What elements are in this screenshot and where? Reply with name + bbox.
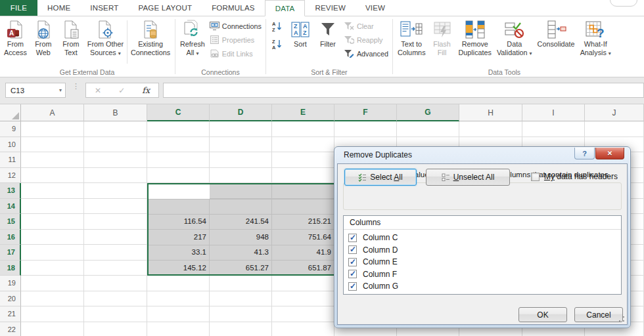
column-header-g[interactable]: G: [397, 104, 459, 121]
cell-value[interactable]: 145.12: [149, 261, 210, 276]
tab-page-layout[interactable]: PAGE LAYOUT: [128, 0, 202, 16]
advanced-filter-button[interactable]: Advanced: [344, 48, 388, 59]
confirm-entry-icon[interactable]: ✓: [118, 86, 125, 95]
row-header-22[interactable]: 22: [0, 322, 21, 336]
cell-d19[interactable]: [210, 276, 272, 291]
from-other-sources-button[interactable]: From Other Sources ▾: [85, 18, 126, 58]
cell-c11[interactable]: [147, 152, 210, 168]
cell-value[interactable]: 651.87: [272, 261, 334, 276]
text-to-columns-button[interactable]: Text to Columns: [395, 18, 428, 56]
checkbox-icon[interactable]: [531, 173, 540, 181]
cell-value[interactable]: 41.3: [210, 245, 272, 261]
cell-a21[interactable]: [21, 306, 84, 322]
row-header-9[interactable]: 9: [0, 121, 21, 137]
cell-b9[interactable]: [84, 121, 147, 137]
cell-j9[interactable]: [585, 121, 644, 137]
properties-button[interactable]: Properties: [210, 34, 262, 45]
cell-b22[interactable]: [84, 322, 147, 336]
name-box[interactable]: C13 ▾: [5, 83, 66, 98]
cell-value[interactable]: 751.64: [272, 230, 334, 245]
row-header-21[interactable]: 21: [0, 306, 21, 322]
tab-formulas[interactable]: FORMULAS: [202, 0, 265, 16]
cancel-entry-icon[interactable]: ✕: [95, 86, 101, 95]
cell-a15[interactable]: [21, 214, 84, 230]
cell-d20[interactable]: [210, 291, 272, 307]
cell-e19[interactable]: [272, 276, 334, 291]
help-button[interactable]: ?: [574, 148, 595, 159]
cell-a9[interactable]: [21, 121, 84, 137]
my-data-has-headers-checkbox[interactable]: My data has headers: [531, 172, 618, 181]
tab-file[interactable]: FILE: [0, 0, 37, 16]
unselect-all-button[interactable]: Unselect All: [426, 169, 510, 186]
sort-za-button[interactable]: ZA: [270, 38, 285, 51]
resize-grip-icon[interactable]: [618, 316, 625, 322]
cell-d10[interactable]: [210, 137, 272, 153]
what-if-analysis-button[interactable]: ? What-If Analysis ▾: [578, 18, 614, 58]
reapply-filter-button[interactable]: Reapply: [344, 34, 388, 45]
cell-g9[interactable]: [397, 121, 459, 137]
from-access-button[interactable]: A From Access: [1, 18, 30, 56]
tab-home[interactable]: HOME: [37, 0, 80, 16]
column-header-d[interactable]: D: [210, 104, 272, 121]
row-header-18[interactable]: 18: [0, 261, 21, 276]
cell-d9[interactable]: [210, 121, 272, 137]
cell-a14[interactable]: [21, 199, 84, 215]
column-option-f[interactable]: Column F: [344, 268, 621, 281]
column-header-f[interactable]: F: [334, 104, 397, 121]
cell-b20[interactable]: [84, 291, 147, 307]
formula-input[interactable]: [163, 83, 644, 98]
consolidate-button[interactable]: Consolidate: [535, 18, 578, 49]
checkbox-icon[interactable]: [348, 245, 357, 254]
checkbox-icon[interactable]: [348, 234, 357, 242]
existing-connections-button[interactable]: Existing Connections: [128, 18, 173, 56]
cell-c22[interactable]: [147, 322, 210, 336]
row-header-12[interactable]: 12: [0, 168, 21, 184]
cell-b13[interactable]: [84, 183, 147, 199]
tab-insert[interactable]: INSERT: [80, 0, 128, 16]
row-header-15[interactable]: 15: [0, 214, 21, 230]
connections-button[interactable]: Connections: [210, 20, 262, 32]
checkbox-icon[interactable]: [348, 270, 357, 278]
cell-c9[interactable]: [147, 121, 210, 137]
select-all-button[interactable]: Select All: [344, 169, 417, 186]
row-header-20[interactable]: 20: [0, 291, 21, 307]
close-button[interactable]: ✕: [595, 148, 624, 159]
cell-e20[interactable]: [272, 291, 334, 307]
clear-filter-button[interactable]: Clear: [344, 20, 388, 32]
cell-a20[interactable]: [21, 291, 84, 307]
from-web-button[interactable]: From Web: [30, 18, 57, 56]
cell-a17[interactable]: [21, 245, 84, 261]
cell-a12[interactable]: [21, 168, 84, 184]
cell-value[interactable]: 241.54: [210, 214, 272, 230]
cell-c10[interactable]: [147, 137, 210, 153]
checkbox-icon[interactable]: [348, 282, 357, 291]
column-header-a[interactable]: A: [21, 104, 84, 121]
cell-b12[interactable]: [84, 168, 147, 184]
cell-e12[interactable]: [272, 168, 334, 184]
cell-b16[interactable]: [84, 230, 147, 245]
cell-c20[interactable]: [147, 291, 210, 307]
cell-e9[interactable]: [272, 121, 334, 137]
column-option-g[interactable]: Column G: [344, 280, 621, 293]
cell-d22[interactable]: [210, 322, 272, 336]
formula-bar-handle[interactable]: ⋮: [72, 84, 80, 88]
active-cell-c13[interactable]: [149, 184, 210, 199]
cell-b14[interactable]: [84, 199, 147, 215]
column-header-i[interactable]: I: [522, 104, 585, 121]
cell-c19[interactable]: [147, 276, 210, 291]
name-box-dropdown-icon[interactable]: ▾: [59, 87, 62, 93]
column-header-b[interactable]: B: [84, 104, 147, 121]
cell-value[interactable]: 651.27: [210, 261, 272, 276]
cell-e22[interactable]: [272, 322, 334, 336]
cell-b17[interactable]: [84, 245, 147, 261]
sort-button[interactable]: ZAAZ Sort: [287, 18, 314, 49]
cell-value[interactable]: 116.54: [149, 214, 210, 230]
cell-a22[interactable]: [21, 322, 84, 336]
cell-a16[interactable]: [21, 230, 84, 245]
cell-c12[interactable]: [147, 168, 210, 184]
cancel-button[interactable]: Cancel: [574, 307, 623, 322]
cell-d11[interactable]: [210, 152, 272, 168]
row-header-13[interactable]: 13: [0, 183, 21, 199]
cell-e11[interactable]: [272, 152, 334, 168]
cell-e10[interactable]: [272, 137, 334, 153]
